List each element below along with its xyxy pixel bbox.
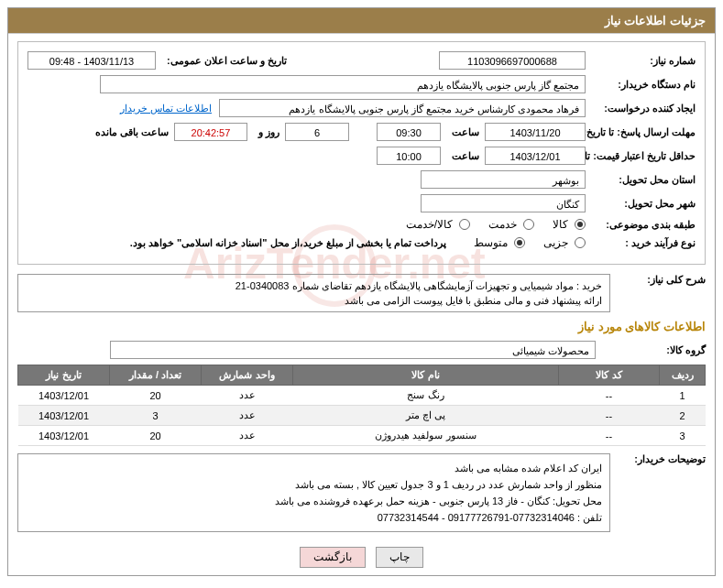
- process-radio-group: جزیی متوسط: [474, 236, 586, 249]
- radio-goods[interactable]: [575, 219, 586, 230]
- days-label: روز و: [253, 126, 279, 138]
- print-button[interactable]: چاپ: [376, 547, 423, 568]
- th-unit: واحد شمارش: [202, 365, 293, 386]
- radio-goods-label: کالا: [553, 218, 568, 231]
- goods-group-label: گروه کالا:: [596, 344, 706, 356]
- city-label: شهر محل تحویل:: [586, 198, 696, 210]
- process-label: نوع فرآیند خرید :: [586, 237, 696, 249]
- buyer-org-field: مجتمع گاز پارس جنوبی پالایشگاه یازدهم: [100, 75, 586, 93]
- announce-label: تاریخ و ساعت اعلان عمومی:: [161, 55, 287, 67]
- buyer-org-label: نام دستگاه خریدار:: [586, 79, 696, 91]
- province-label: استان محل تحویل:: [586, 174, 696, 186]
- category-label: طبقه بندی موضوعی:: [586, 219, 696, 231]
- cell-date: 1403/12/01: [18, 386, 110, 406]
- cell-code: --: [559, 386, 660, 406]
- cell-date: 1403/12/01: [18, 426, 110, 446]
- cell-qty: 20: [110, 386, 202, 406]
- radio-partial[interactable]: [575, 237, 586, 248]
- radio-service-label: خدمت: [488, 218, 517, 231]
- buyer-notes-box: ایران کد اعلام شده مشابه می باشد منظور ا…: [17, 453, 610, 532]
- cell-qty: 3: [110, 406, 202, 426]
- remain-time-field: 20:42:57: [174, 123, 247, 141]
- buyer-notes-line4: تلفن : 07732314046-09177726791 - 0773231…: [26, 509, 602, 526]
- radio-partial-label: جزیی: [543, 236, 568, 249]
- goods-table: ردیف کد کالا نام کالا واحد شمارش تعداد /…: [17, 365, 706, 446]
- radio-medium-label: متوسط: [474, 236, 508, 249]
- cell-qty: 20: [110, 426, 202, 446]
- province-field: بوشهر: [421, 170, 586, 189]
- city-field: کنگان: [421, 194, 586, 212]
- need-desc-label: شرح کلی نیاز:: [610, 274, 706, 286]
- requester-label: ایجاد کننده درخواست:: [586, 103, 696, 114]
- cell-unit: عدد: [202, 406, 293, 426]
- table-row: 3--سنسور سولفید هیدروژنعدد201403/12/01: [18, 426, 706, 446]
- th-name: نام کالا: [293, 365, 559, 386]
- main-info-box: شماره نیاز: 1103096697000688 تاریخ و ساع…: [17, 41, 706, 265]
- buyer-notes-label: توضیحات خریدار:: [610, 453, 706, 465]
- cell-unit: عدد: [202, 426, 293, 446]
- cell-idx: 2: [660, 406, 706, 426]
- response-deadline-label: مهلت ارسال پاسخ: تا تاریخ:: [586, 126, 696, 138]
- time-label-2: ساعت: [446, 150, 479, 162]
- price-time-field: 10:00: [377, 147, 441, 165]
- radio-goods-service[interactable]: [459, 219, 470, 230]
- radio-goods-service-label: کالا/خدمت: [406, 218, 453, 231]
- contact-link[interactable]: اطلاعات تماس خریدار: [120, 103, 212, 114]
- days-field: 6: [285, 123, 349, 141]
- need-number-field: 1103096697000688: [439, 51, 586, 70]
- cell-date: 1403/12/01: [18, 406, 110, 426]
- need-number-label: شماره نیاز:: [586, 55, 696, 67]
- radio-medium[interactable]: [514, 237, 525, 248]
- cell-code: --: [559, 406, 660, 426]
- process-note: پرداخت تمام یا بخشی از مبلغ خرید،از محل …: [130, 237, 446, 249]
- cell-idx: 3: [660, 426, 706, 446]
- requester-field: فرهاد محمودی کارشناس خرید مجتمع گاز پارس…: [219, 99, 586, 117]
- announce-field: 1403/11/13 - 09:48: [27, 51, 156, 70]
- goods-info-title: اطلاعات کالاهای مورد نیاز: [17, 320, 706, 333]
- table-row: 2--پی اچ مترعدد31403/12/01: [18, 406, 706, 426]
- back-button[interactable]: بازگشت: [300, 547, 366, 568]
- table-row: 1--رنگ سنجعدد201403/12/01: [18, 386, 706, 406]
- buyer-notes-line1: ایران کد اعلام شده مشابه می باشد: [26, 460, 602, 476]
- buyer-notes-line2: منظور از واحد شمارش عدد در ردیف 1 و 3 جد…: [26, 476, 602, 493]
- price-validity-label: حداقل تاریخ اعتبار قیمت: تا تاریخ:: [586, 150, 696, 162]
- th-qty: تعداد / مقدار: [110, 365, 202, 386]
- response-date-field: 1403/11/20: [485, 123, 586, 141]
- cell-unit: عدد: [202, 386, 293, 406]
- need-desc-line1: خرید : مواد شیمیایی و تجهیزات آزمایشگاهی…: [26, 278, 602, 293]
- buyer-notes-line3: محل تحویل: کنگان - فاز 13 پارس جنوبی - ه…: [26, 493, 602, 509]
- goods-group-field: محصولات شیمیائی: [110, 341, 596, 359]
- response-time-field: 09:30: [377, 123, 441, 141]
- category-radio-group: کالا خدمت کالا/خدمت: [406, 218, 586, 231]
- cell-idx: 1: [660, 386, 706, 406]
- radio-service[interactable]: [523, 219, 534, 230]
- cell-name: پی اچ متر: [293, 406, 559, 426]
- th-date: تاریخ نیاز: [18, 365, 110, 386]
- cell-name: رنگ سنج: [293, 386, 559, 406]
- price-date-field: 1403/12/01: [485, 147, 586, 165]
- th-row: ردیف: [660, 365, 706, 386]
- th-code: کد کالا: [559, 365, 660, 386]
- time-label-1: ساعت: [446, 126, 479, 138]
- need-desc-line2: ارائه پیشنهاد فنی و مالی منطبق با فایل پ…: [26, 293, 602, 308]
- cell-name: سنسور سولفید هیدروژن: [293, 426, 559, 446]
- need-desc-box: خرید : مواد شیمیایی و تجهیزات آزمایشگاهی…: [17, 274, 610, 312]
- remain-label: ساعت باقی مانده: [90, 126, 169, 138]
- panel-title: جزئیات اطلاعات نیاز: [8, 8, 715, 33]
- cell-code: --: [559, 426, 660, 446]
